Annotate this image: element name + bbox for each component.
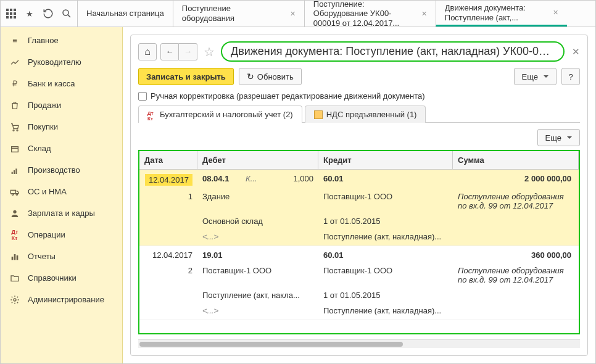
sidebar-item-label: Склад (28, 144, 51, 153)
sidebar-item-assets[interactable]: ОС и НМА (1, 181, 122, 202)
svg-rect-8 (15, 168, 17, 174)
refresh-button[interactable]: Обновить (239, 68, 302, 85)
tab-label: Движения документа: Поступление (акт,... (445, 3, 547, 22)
content-area: ← → ☆ Движения документа: Поступление (а… (123, 27, 595, 363)
sidebar-item-main[interactable]: ≡Главное (1, 30, 122, 51)
sidebar-item-manager[interactable]: Руководителю (1, 51, 122, 73)
svg-rect-9 (10, 190, 15, 193)
svg-rect-15 (17, 255, 19, 260)
sidebar-item-label: Администрирование (28, 295, 104, 304)
person-icon (9, 208, 20, 219)
sidebar: ≡Главное Руководителю ₽Банк и касса Прод… (1, 27, 123, 363)
doc-icon (314, 110, 323, 119)
box-icon (9, 143, 20, 154)
sidebar-item-reports[interactable]: Отчеты (1, 246, 122, 267)
search-icon[interactable] (61, 8, 72, 19)
svg-point-10 (12, 193, 14, 195)
manual-edit-checkbox[interactable] (138, 92, 147, 101)
tab-label: Поступление оборудования (182, 4, 284, 23)
more-button[interactable]: Еще (514, 68, 557, 85)
sidebar-item-label: ОС и НМА (28, 187, 67, 196)
home-icon (144, 46, 151, 57)
col-credit[interactable]: Кредит (318, 151, 453, 169)
sidebar-item-hr[interactable]: Зарплата и кадры (1, 202, 122, 224)
svg-point-16 (14, 299, 16, 301)
history-icon[interactable] (43, 8, 54, 19)
close-icon[interactable]: ✕ (553, 9, 558, 17)
table-toolbar: Еще (138, 129, 580, 146)
register-tabs: ДтКтБухгалтерский и налоговый учет (2) Н… (138, 105, 580, 123)
table-body: 12.04.201708.04.1К...1,00060.012 000 000… (139, 170, 579, 333)
col-sum[interactable]: Сумма (453, 151, 579, 169)
close-icon[interactable]: ✕ (421, 10, 427, 18)
favorite-icon[interactable]: ☆ (204, 44, 215, 59)
sidebar-item-bank[interactable]: ₽Банк и касса (1, 73, 122, 94)
svg-point-12 (13, 210, 16, 213)
tab-receipt-doc[interactable]: Поступление: Оборудование УК00-000019 от… (304, 1, 436, 27)
col-date[interactable]: Дата (139, 151, 197, 169)
sidebar-item-production[interactable]: Производство (1, 159, 122, 181)
svg-rect-14 (14, 254, 16, 260)
document-panel: ← → ☆ Движения документа: Поступление (а… (130, 35, 588, 356)
sidebar-item-label: Зарплата и кадры (28, 209, 95, 218)
sidebar-item-label: Главное (28, 36, 59, 45)
sidebar-item-purchases[interactable]: Покупки (1, 116, 122, 138)
tab-receipt-equipment[interactable]: Поступление оборудования✕ (173, 1, 304, 27)
button-label: Обновить (257, 72, 294, 81)
scrollbar-thumb[interactable] (139, 342, 403, 347)
tab-label: Начальная страница (86, 9, 164, 19)
gear-icon (9, 294, 20, 305)
home-button[interactable] (138, 43, 157, 60)
ruble-icon: ₽ (9, 78, 20, 89)
table-more-button[interactable]: Еще (537, 129, 580, 146)
button-label: ? (568, 72, 573, 81)
svg-rect-6 (12, 172, 13, 173)
forward-button[interactable]: → (179, 43, 197, 60)
tab-bar: ★ Начальная страница Поступление оборудо… (1, 1, 595, 27)
folder-icon (9, 273, 20, 284)
table-row[interactable]: 12.04.201708.04.1К...1,00060.012 000 000… (139, 170, 579, 246)
tab-label: Бухгалтерский и налоговый учет (2) (160, 110, 293, 119)
refresh-icon (247, 72, 254, 81)
table-row[interactable]: 12.04.201719.0160.01360 000,002Поставщик… (139, 246, 579, 320)
svg-point-0 (63, 10, 68, 15)
svg-rect-13 (12, 257, 14, 260)
star-icon[interactable]: ★ (24, 8, 35, 19)
svg-rect-7 (14, 170, 15, 174)
save-close-button[interactable]: Записать и закрыть (138, 68, 234, 85)
sidebar-item-admin[interactable]: Администрирование (1, 289, 122, 310)
tab-home[interactable]: Начальная страница (77, 1, 173, 27)
menu-icon: ≡ (9, 35, 20, 46)
help-button[interactable]: ? (561, 68, 580, 85)
back-button[interactable]: ← (160, 43, 179, 60)
horizontal-scrollbar[interactable] (138, 339, 580, 348)
sidebar-item-references[interactable]: Справочники (1, 267, 122, 289)
sidebar-item-sales[interactable]: Продажи (1, 94, 122, 116)
sidebar-item-label: Покупки (28, 122, 58, 131)
close-icon[interactable]: ✕ (290, 10, 296, 18)
tab-accounting[interactable]: ДтКтБухгалтерский и налоговый учет (2) (138, 105, 302, 123)
dtkt-icon: ДтКт (147, 110, 156, 119)
close-panel-icon[interactable]: ✕ (572, 46, 580, 57)
sidebar-item-label: Справочники (28, 273, 77, 283)
svg-line-1 (68, 15, 70, 17)
factory-icon (9, 165, 20, 176)
tab-icon-group: ★ (1, 1, 77, 27)
tab-vat[interactable]: НДС предъявленный (1) (305, 105, 426, 123)
button-label: Записать и закрыть (146, 72, 226, 81)
cart-icon (9, 122, 20, 133)
tab-label: Поступление: Оборудование УК00-000019 от… (313, 0, 415, 28)
chart-icon (9, 57, 20, 68)
sidebar-item-label: Операции (28, 230, 65, 239)
sidebar-item-operations[interactable]: ДтКтОперации (1, 224, 122, 246)
dtkt-icon: ДтКт (9, 230, 20, 241)
svg-point-2 (13, 130, 14, 131)
svg-point-11 (16, 193, 18, 195)
tab-movements[interactable]: Движения документа: Поступление (акт,...… (436, 1, 567, 27)
sidebar-item-label: Производство (28, 165, 80, 175)
apps-grid-icon[interactable] (6, 8, 17, 19)
sidebar-item-warehouse[interactable]: Склад (1, 138, 122, 159)
col-debit[interactable]: Дебет (197, 151, 318, 169)
title-row: ← → ☆ Движения документа: Поступление (а… (138, 41, 580, 62)
table-header: Дата Дебет Кредит Сумма (139, 151, 579, 170)
